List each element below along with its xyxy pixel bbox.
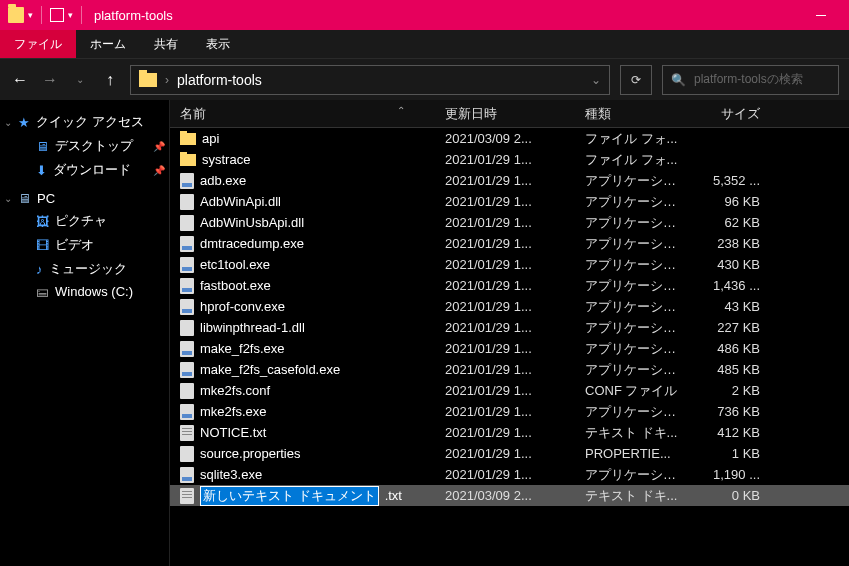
file-row[interactable]: make_f2fs.exe2021/01/29 1...アプリケーショ...48…: [170, 338, 849, 359]
file-name: source.properties: [200, 446, 300, 461]
pin-icon: 📌: [153, 141, 165, 152]
file-row[interactable]: NOTICE.txt2021/01/29 1...テキスト ドキ...412 K…: [170, 422, 849, 443]
refresh-button[interactable]: ⟳: [620, 65, 652, 95]
videos-icon: 🎞: [36, 238, 49, 253]
sidebar-item-pictures[interactable]: 🖼 ピクチャ: [0, 209, 169, 233]
file-name: adb.exe: [200, 173, 246, 188]
file-row[interactable]: libwinpthread-1.dll2021/01/29 1...アプリケーシ…: [170, 317, 849, 338]
forward-button[interactable]: →: [40, 71, 60, 89]
file-row[interactable]: hprof-conv.exe2021/01/29 1...アプリケーショ...4…: [170, 296, 849, 317]
tab-home[interactable]: ホーム: [76, 30, 140, 58]
tab-share[interactable]: 共有: [140, 30, 192, 58]
file-row[interactable]: adb.exe2021/01/29 1...アプリケーショ...5,352 ..…: [170, 170, 849, 191]
minimize-button[interactable]: [801, 0, 841, 30]
expand-icon[interactable]: ⌄: [4, 117, 12, 128]
sidebar-item-desktop[interactable]: 🖥 デスクトップ 📌: [0, 134, 169, 158]
file-row[interactable]: api2021/03/09 2...ファイル フォ...: [170, 128, 849, 149]
file-type: アプリケーショ...: [575, 361, 690, 379]
navigation-bar: ← → ⌄ ↑ › platform-tools ⌄ ⟳ 🔍 platform-…: [0, 58, 849, 100]
breadcrumb[interactable]: platform-tools: [177, 72, 262, 88]
sidebar-item-music[interactable]: ♪ ミュージック: [0, 257, 169, 281]
file-date: 2021/01/29 1...: [435, 152, 575, 167]
file-size: 43 KB: [690, 299, 780, 314]
tab-view[interactable]: 表示: [192, 30, 244, 58]
file-row-editing[interactable]: 新しいテキスト ドキュメント.txt2021/03/09 2...テキスト ドキ…: [170, 485, 849, 506]
search-icon: 🔍: [671, 73, 686, 87]
folder-icon: [139, 73, 157, 87]
file-date: 2021/01/29 1...: [435, 320, 575, 335]
column-header-type[interactable]: 種類: [575, 105, 690, 123]
file-date: 2021/01/29 1...: [435, 404, 575, 419]
file-name: AdbWinUsbApi.dll: [200, 215, 304, 230]
address-bar[interactable]: › platform-tools ⌄: [130, 65, 610, 95]
file-type: アプリケーショ...: [575, 172, 690, 190]
column-header-name[interactable]: 名前 ⌃: [170, 105, 435, 123]
file-row[interactable]: source.properties2021/01/29 1...PROPERTI…: [170, 443, 849, 464]
pictures-icon: 🖼: [36, 214, 49, 229]
back-button[interactable]: ←: [10, 71, 30, 89]
file-row[interactable]: sqlite3.exe2021/01/29 1...アプリケーショ...1,19…: [170, 464, 849, 485]
qat-checkbox-icon[interactable]: [50, 8, 64, 22]
file-date: 2021/01/29 1...: [435, 194, 575, 209]
up-button[interactable]: ↑: [100, 71, 120, 89]
file-name: AdbWinApi.dll: [200, 194, 281, 209]
search-input[interactable]: 🔍 platform-toolsの検索: [662, 65, 839, 95]
dll-icon: [180, 320, 194, 336]
file-type: CONF ファイル: [575, 382, 690, 400]
file-row[interactable]: mke2fs.exe2021/01/29 1...アプリケーショ...736 K…: [170, 401, 849, 422]
file-row[interactable]: dmtracedump.exe2021/01/29 1...アプリケーショ...…: [170, 233, 849, 254]
file-size: 227 KB: [690, 320, 780, 335]
file-row[interactable]: systrace2021/01/29 1...ファイル フォ...: [170, 149, 849, 170]
svg-rect-0: [816, 15, 826, 16]
exe-icon: [180, 341, 194, 357]
file-name: fastboot.exe: [200, 278, 271, 293]
file-row[interactable]: make_f2fs_casefold.exe2021/01/29 1...アプリ…: [170, 359, 849, 380]
music-icon: ♪: [36, 262, 43, 277]
sidebar-item-label: ダウンロード: [53, 161, 131, 179]
file-type: アプリケーショ...: [575, 466, 690, 484]
address-dropdown-icon[interactable]: ⌄: [591, 73, 601, 87]
file-row[interactable]: fastboot.exe2021/01/29 1...アプリケーショ...1,4…: [170, 275, 849, 296]
ribbon-tabs: ファイル ホーム 共有 表示: [0, 30, 849, 58]
folder-icon: [180, 133, 196, 145]
sidebar-item-label: Windows (C:): [55, 284, 133, 299]
dll-icon: [180, 194, 194, 210]
file-name: dmtracedump.exe: [200, 236, 304, 251]
recent-dropdown[interactable]: ⌄: [70, 74, 90, 85]
chevron-right-icon[interactable]: ›: [165, 73, 169, 87]
rename-input[interactable]: 新しいテキスト ドキュメント: [200, 486, 379, 506]
file-row[interactable]: AdbWinUsbApi.dll2021/01/29 1...アプリケーショ..…: [170, 212, 849, 233]
folder-icon: [180, 154, 196, 166]
column-header-size[interactable]: サイズ: [690, 105, 780, 123]
sidebar-item-downloads[interactable]: ⬇ ダウンロード 📌: [0, 158, 169, 182]
file-row[interactable]: etc1tool.exe2021/01/29 1...アプリケーショ...430…: [170, 254, 849, 275]
file-size: 238 KB: [690, 236, 780, 251]
sidebar-item-drive-c[interactable]: 🖴 Windows (C:): [0, 281, 169, 302]
txt-icon: [180, 425, 194, 441]
window-title: platform-tools: [94, 8, 173, 23]
file-row[interactable]: AdbWinApi.dll2021/01/29 1...アプリケーショ...96…: [170, 191, 849, 212]
drive-icon: 🖴: [36, 284, 49, 299]
file-name: make_f2fs_casefold.exe: [200, 362, 340, 377]
sidebar-item-label: クイック アクセス: [36, 113, 144, 131]
file-type: テキスト ドキ...: [575, 487, 690, 505]
tab-file[interactable]: ファイル: [0, 30, 76, 58]
sidebar-item-quick-access[interactable]: ⌄ ★ クイック アクセス: [0, 110, 169, 134]
sidebar-item-videos[interactable]: 🎞 ビデオ: [0, 233, 169, 257]
file-date: 2021/01/29 1...: [435, 341, 575, 356]
file-row[interactable]: mke2fs.conf2021/01/29 1...CONF ファイル2 KB: [170, 380, 849, 401]
file-extension: .txt: [385, 488, 402, 503]
qat-dropdown-icon[interactable]: ▾: [68, 10, 73, 20]
file-size: 1,190 ...: [690, 467, 780, 482]
column-header-date[interactable]: 更新日時: [435, 105, 575, 123]
folder-icon[interactable]: [8, 7, 24, 23]
separator: [41, 6, 42, 24]
column-label: 名前: [180, 106, 206, 121]
sidebar-item-pc[interactable]: ⌄ 🖥 PC: [0, 188, 169, 209]
file-type: アプリケーショ...: [575, 298, 690, 316]
expand-icon[interactable]: ⌄: [4, 193, 12, 204]
file-date: 2021/01/29 1...: [435, 215, 575, 230]
file-type: アプリケーショ...: [575, 319, 690, 337]
file-size: 62 KB: [690, 215, 780, 230]
qat-dropdown-icon[interactable]: ▾: [28, 10, 33, 20]
